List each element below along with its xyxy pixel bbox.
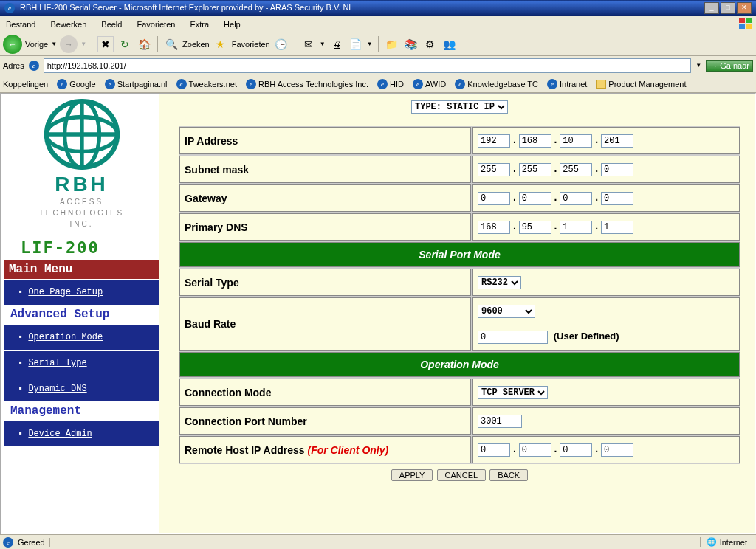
back-button[interactable]: ← — [3, 35, 22, 54]
address-dropdown-icon[interactable]: ▼ — [695, 62, 701, 69]
nav-dynamic-dns[interactable]: Dynamic DNS — [4, 376, 159, 401]
refresh-icon[interactable]: ↻ — [117, 36, 133, 52]
ip-address-label: IP Address — [179, 127, 471, 154]
folder-icon[interactable]: 📁 — [384, 36, 400, 52]
nav-device-admin[interactable]: Device Admin — [4, 421, 159, 446]
link-startpagina[interactable]: eStartpagina.nl — [105, 79, 168, 89]
messenger-icon[interactable]: 👥 — [441, 36, 458, 52]
subnet-label: Subnet mask — [179, 156, 471, 183]
mail-dropdown-icon[interactable]: ▼ — [320, 41, 326, 47]
back-dropdown-icon[interactable]: ▼ — [51, 41, 57, 47]
rbh-logo-globe — [41, 99, 123, 170]
apply-button[interactable]: APPLY — [391, 469, 433, 481]
type-select[interactable]: TYPE: STATIC IP — [411, 100, 508, 114]
link-prodmgmt[interactable]: Product Management — [596, 80, 686, 89]
menu-bewerken[interactable]: Bewerken — [47, 18, 89, 30]
maximize-button[interactable]: □ — [721, 2, 735, 14]
print-icon[interactable]: 🖨 — [329, 36, 345, 52]
links-label: Koppelingen — [3, 80, 48, 89]
gw-octet-3[interactable] — [560, 192, 592, 205]
dns-octet-1[interactable] — [478, 221, 510, 234]
rh-octet-3[interactable] — [560, 443, 592, 457]
address-input[interactable] — [44, 58, 692, 73]
search-label[interactable]: Zoeken — [182, 40, 210, 49]
connection-mode-select[interactable]: TCP SERVER — [478, 386, 548, 399]
link-rbh[interactable]: eRBH Access Technologies Inc. — [246, 79, 368, 89]
baud-user-defined-input[interactable] — [478, 331, 548, 344]
menu-favorieten[interactable]: Favorieten — [134, 18, 178, 30]
close-button[interactable]: ✕ — [737, 2, 752, 14]
link-awid[interactable]: eAWID — [413, 79, 446, 89]
baud-rate-select[interactable]: 9600 — [478, 305, 535, 318]
address-label: Adres — [3, 61, 24, 70]
brand-sub1: ACCESS — [4, 196, 159, 207]
forward-dropdown-icon[interactable]: ▼ — [80, 41, 86, 47]
edit-icon[interactable]: 📄 — [348, 36, 364, 52]
home-icon[interactable]: 🏠 — [136, 36, 152, 52]
remote-host-label: Remote Host IP Address (For Client Only) — [179, 436, 471, 463]
connection-port-input[interactable] — [478, 415, 522, 428]
gw-octet-1[interactable] — [478, 192, 510, 205]
link-intranet[interactable]: eIntranet — [547, 79, 587, 89]
dns-octet-2[interactable] — [519, 221, 551, 234]
baud-user-defined-label: (User Defined) — [554, 331, 619, 342]
management-header: Management — [4, 401, 159, 421]
link-tweakers[interactable]: eTweakers.net — [176, 79, 237, 89]
rh-octet-4[interactable] — [601, 443, 633, 457]
favorites-label[interactable]: Favorieten — [232, 40, 270, 49]
go-button[interactable]: → Ga naar — [706, 60, 753, 72]
section-operation-mode: Operation Mode — [179, 352, 740, 377]
baud-rate-label: Baud Rate — [179, 297, 471, 351]
sn-octet-4[interactable] — [601, 163, 633, 176]
ip-octet-2[interactable] — [519, 134, 551, 148]
menu-extra[interactable]: Extra — [187, 18, 212, 30]
menu-beeld[interactable]: Beeld — [98, 18, 125, 30]
sn-octet-1[interactable] — [478, 163, 510, 176]
sn-octet-3[interactable] — [560, 163, 592, 176]
sn-octet-2[interactable] — [519, 163, 551, 176]
gw-octet-2[interactable] — [519, 192, 551, 205]
ip-octet-4[interactable] — [601, 134, 633, 148]
minimize-button[interactable]: _ — [704, 2, 719, 14]
brand-sub2: TECHNOLOGIES — [4, 207, 159, 218]
ip-octet-3[interactable] — [560, 134, 592, 148]
rh-octet-2[interactable] — [519, 443, 551, 457]
extra1-icon[interactable]: ⚙ — [422, 36, 439, 52]
stop-icon[interactable]: ✖ — [97, 36, 114, 52]
back-label[interactable]: Vorige — [25, 40, 48, 49]
gateway-label: Gateway — [179, 184, 471, 212]
search-icon[interactable]: 🔍 — [163, 36, 179, 52]
forward-button[interactable]: → — [60, 35, 78, 53]
link-google[interactable]: eGoogle — [57, 79, 95, 89]
rh-octet-1[interactable] — [478, 443, 510, 457]
section-serial-port-mode: Serial Port Mode — [179, 242, 740, 267]
connection-mode-label: Connection Mode — [179, 379, 471, 406]
url-icon: e — [29, 61, 39, 71]
menu-bestand[interactable]: Bestand — [3, 18, 38, 30]
nav-operation-mode[interactable]: Operation Mode — [4, 324, 159, 350]
brand-sub3: INC. — [4, 218, 159, 229]
research-icon[interactable]: 📚 — [403, 36, 419, 52]
serial-type-select[interactable]: RS232 — [478, 276, 521, 289]
nav-serial-type[interactable]: Serial Type — [4, 350, 159, 376]
link-hid[interactable]: eHID — [377, 79, 404, 89]
nav-one-page-setup[interactable]: One Page Setup — [4, 279, 159, 305]
status-ready: Gereed — [13, 538, 50, 547]
dns-octet-3[interactable] — [560, 221, 592, 234]
internet-zone-icon: 🌐 — [707, 537, 717, 547]
ip-octet-1[interactable] — [478, 134, 510, 148]
menu-help[interactable]: Help — [221, 18, 244, 30]
favorites-icon[interactable]: ★ — [213, 36, 229, 52]
mail-icon[interactable]: ✉ — [300, 36, 317, 52]
cancel-button[interactable]: CANCEL — [437, 469, 487, 481]
history-icon[interactable]: 🕒 — [273, 36, 289, 52]
back-button-form[interactable]: BACK — [489, 469, 528, 481]
edit-dropdown-icon[interactable]: ▼ — [367, 41, 373, 47]
dns-octet-4[interactable] — [601, 221, 633, 234]
window-title: RBH LIF-200 Serial Server - Microsoft In… — [20, 3, 353, 12]
link-kb[interactable]: eKnowledgebase TC — [455, 79, 538, 89]
brand-rbh: RBH — [4, 173, 159, 196]
gw-octet-4[interactable] — [601, 192, 633, 205]
model-title: LIF-200 — [4, 232, 159, 260]
svg-rect-3 — [746, 24, 752, 29]
